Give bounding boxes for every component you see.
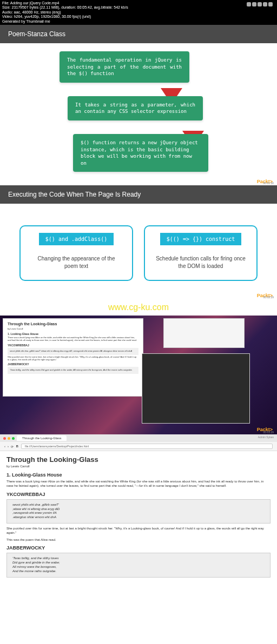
traffic-lights[interactable] [3, 437, 15, 440]
maximize-icon[interactable] [12, 437, 15, 440]
page-author: by Lewis Carroll [6, 465, 271, 468]
poem-line: sevot yhtils eht dna ,gillirb sawT' [12, 503, 265, 507]
url-bar: ‹ › ⟳ 🗎 file:///Users/tanansystems/Deskt… [0, 442, 277, 451]
file-metadata: File: Adding our jQuery Code.mp4 Size: 2… [0, 0, 277, 25]
poem-line: .ebargtuo shtar emom eht dnA [12, 515, 265, 520]
ext-icon[interactable] [247, 2, 251, 6]
page-heading: Through the Looking-Glass [6, 455, 271, 464]
card-addclass: $() and .addClass() Changing the appeara… [19, 225, 133, 281]
poem-stanza: sevot yhtils eht dna ,gillirb sawT' ;eba… [6, 499, 271, 524]
watermark: www.cg-ku.com [0, 299, 277, 316]
ext-icon[interactable] [263, 2, 267, 6]
ext-icon[interactable] [258, 2, 262, 6]
poem-line: ,sevogorob eht erew ysmim llA [12, 511, 265, 515]
card-code-label: $(() => {}) construct [160, 233, 241, 245]
card-construct: $(() => {}) construct Schedule function … [144, 225, 258, 281]
desktop-screenshot: Through the Looking-Glass by Lewis Carro… [0, 316, 277, 434]
meta-size: Size: 23179507 bytes (22.11 MiB), durati… [2, 5, 275, 10]
timestamp: 00:03:29 [263, 431, 274, 434]
section-heading: 1. Looking-Glass House [6, 472, 271, 478]
page-author: by Lewis Carroll [8, 328, 138, 331]
finder-window[interactable] [163, 318, 245, 348]
browser-page: Through the Looking-Glass by Lewis Carro… [3, 319, 143, 378]
page-heading: Through the Looking-Glass [8, 322, 138, 326]
timestamp: 00:02:29 [263, 296, 274, 299]
info-box-2: It takes a string as a parameter, which … [68, 96, 203, 120]
minimize-icon[interactable] [8, 437, 10, 440]
paragraph: She puzzled over this for some time, but… [6, 527, 271, 535]
section-heading: 1. Looking-Glass House [8, 332, 138, 336]
url-input[interactable]: file:///Users/tanansystems/Desktop/Proje… [21, 444, 273, 449]
slide2-body: $() and .addClass() Changing the appeara… [0, 204, 277, 299]
poem-title: YKCOWREBBAJ [8, 344, 138, 347]
meta-audio: Audio: aac, 48000 Hz, stereo (eng) [2, 10, 275, 15]
back-icon[interactable]: ‹ [4, 445, 5, 448]
card-description: Schedule function calls for firing once … [150, 255, 251, 270]
editor-window[interactable] [142, 353, 250, 424]
paragraph: There was a book lying near Alice on the… [6, 480, 271, 488]
poem-line: 'Twas brillig, and the slithy toves [12, 556, 265, 561]
paragraph: There was a book lying near Alice on the… [8, 337, 138, 342]
info-box-1: The fundamental operation in jQuery is s… [60, 51, 189, 83]
poem-line: ;ebaw eht ni elbmig dna eryg diD [12, 507, 265, 512]
reload-icon[interactable]: ⟳ [11, 445, 14, 448]
meta-generated: Generated by Thumbnail me [2, 19, 275, 24]
poem-line: All mimsy were the borogoves, [12, 565, 265, 569]
card-code-label: $() and .addClass() [39, 233, 114, 245]
poem-stanza: sevot yhtils eht dna ,gillirb sawT' ebaw… [8, 348, 138, 355]
meta-filename: File: Adding our jQuery Code.mp4 [2, 1, 275, 5]
info-box-3: $() function returns a new jQuery object… [73, 134, 208, 172]
close-icon[interactable] [3, 437, 6, 440]
browser-tabs: Through the Looking-Glass Admin Sykes [0, 434, 277, 442]
paragraph: This was the poem that Alice read. [6, 538, 271, 542]
browser-window[interactable]: Through the Looking-Glass by Lewis Carro… [3, 318, 143, 397]
ext-icon[interactable] [252, 2, 256, 6]
poem-line: And the mome raths outgrabe. [12, 569, 265, 574]
slide1-title: Poem-Stanza Class [0, 25, 277, 43]
poem-line: Did gyre and gimble in the wabe; [12, 561, 265, 565]
browser-window-full: Through the Looking-Glass Admin Sykes ‹ … [0, 434, 277, 602]
paragraph: She puzzled over this for some time, but… [8, 356, 138, 361]
slide2-title: Executing the Code When The Page Is Read… [0, 185, 277, 204]
poem-title: JABBERWOCKY [6, 545, 271, 551]
file-icon: 🗎 [16, 445, 19, 448]
browser-tab[interactable]: Through the Looking-Glass [17, 435, 67, 441]
forward-icon[interactable]: › [8, 445, 9, 448]
ext-icon[interactable] [268, 2, 273, 6]
poem-title-reversed: YKCOWREBBAJ [6, 492, 271, 497]
poem-title: JABBERWOCKY [8, 363, 138, 366]
poem-stanza: 'Twas brillig, and the slithy toves Did … [6, 553, 271, 577]
poem-stanza: 'Twas brillig, and the slithy toves Did … [8, 367, 138, 374]
browser-page-content: Through the Looking-Glass by Lewis Carro… [0, 451, 277, 602]
card-description: Changing the appearance of the poem text [26, 255, 127, 270]
meta-video: Video: h264, yuv420p, 1920x1080, 30.00 f… [2, 15, 275, 19]
slide1-body: The fundamental operation in jQuery is s… [0, 43, 277, 185]
profile-name: Admin Sykes [258, 435, 274, 439]
extension-icons [247, 2, 273, 6]
timestamp: 00:01:30 [263, 182, 274, 185]
